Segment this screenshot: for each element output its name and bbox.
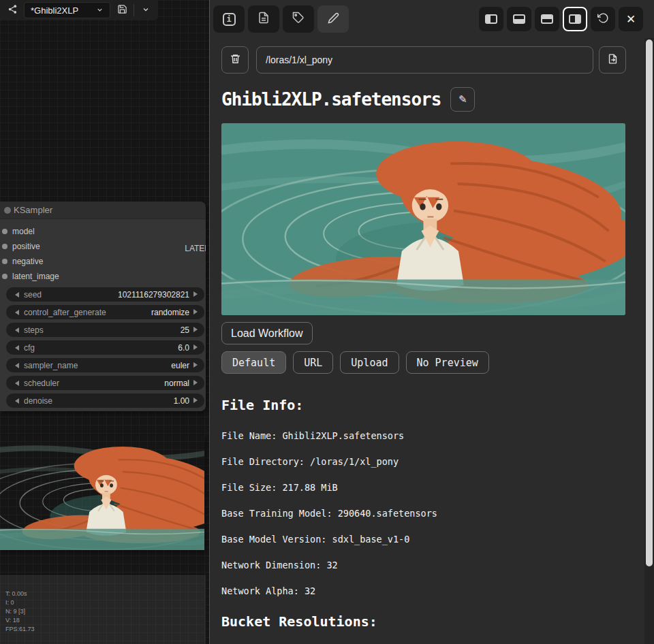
- stat-time: T: 0.00s: [5, 590, 35, 598]
- model-title: Ghibli2XLP.safetensors: [221, 89, 441, 110]
- preview-image-node[interactable]: [0, 436, 204, 550]
- dock-bottom-icon: [513, 14, 525, 24]
- stat-iterations: I: 0: [5, 598, 35, 607]
- base-model-version-row: Base Model Version: sdxl_base_v1-0: [221, 534, 654, 545]
- trash-icon: [230, 53, 241, 67]
- file-export-icon: [607, 53, 619, 67]
- node-input-positive: positive: [0, 239, 206, 254]
- refresh-button[interactable]: [591, 7, 615, 31]
- canvas-perf-stats: T: 0.00s I: 0 N: 9 [3] V: 18 FPS:61.73: [5, 590, 35, 634]
- node-body: LATEN model positive negative latent_ima…: [0, 219, 206, 411]
- preview-none-button[interactable]: No Preview: [406, 351, 489, 374]
- save-options-button[interactable]: [137, 2, 155, 18]
- decrement-arrow-icon[interactable]: [12, 292, 19, 297]
- file-name-row: File Name: Ghibli2XLP.safetensors: [221, 430, 654, 441]
- increment-arrow-icon[interactable]: [193, 380, 200, 385]
- tag-icon: [292, 12, 305, 27]
- decrement-arrow-icon[interactable]: [12, 327, 19, 333]
- dock-top-button[interactable]: [535, 7, 559, 31]
- refresh-icon: [597, 12, 609, 27]
- ksampler-node[interactable]: KSampler LATEN model positive negative l…: [0, 202, 206, 411]
- load-workflow-button[interactable]: Load Workflow: [221, 322, 313, 344]
- workflow-bar: *Ghibli2XLP: [0, 0, 158, 20]
- widget-steps[interactable]: steps 25: [6, 323, 204, 337]
- decrement-arrow-icon[interactable]: [12, 345, 19, 351]
- increment-arrow-icon[interactable]: [193, 344, 200, 350]
- path-row: [221, 46, 654, 74]
- preview-default-button[interactable]: Default: [221, 351, 286, 374]
- model-preview-art: [221, 123, 625, 315]
- dock-left-button[interactable]: [479, 7, 503, 31]
- pencil-icon: [328, 12, 339, 27]
- increment-arrow-icon[interactable]: [193, 327, 200, 332]
- widget-cfg[interactable]: cfg 6.0: [6, 340, 204, 355]
- decrement-arrow-icon[interactable]: [12, 398, 19, 404]
- input-port[interactable]: [2, 259, 7, 264]
- panel-scrollbar[interactable]: [644, 38, 654, 644]
- node-header: KSampler: [0, 202, 206, 219]
- scrollbar-thumb[interactable]: [646, 39, 653, 566]
- document-icon: [258, 12, 270, 27]
- input-port[interactable]: [2, 244, 7, 249]
- chevron-down-icon: [142, 4, 150, 16]
- workflow-select[interactable]: *Ghibli2XLP: [24, 2, 110, 18]
- model-path-input[interactable]: [256, 46, 593, 74]
- dock-bottom-button[interactable]: [507, 7, 531, 31]
- widget-seed[interactable]: seed 1021116279302821: [6, 287, 204, 302]
- stat-fps: FPS:61.73: [5, 625, 35, 634]
- toolbar-divider: [134, 4, 134, 16]
- chevron-down-icon: [96, 5, 104, 16]
- preview-url-button[interactable]: URL: [293, 351, 333, 374]
- increment-arrow-icon[interactable]: [193, 291, 200, 297]
- panel-window-controls: ✕: [479, 7, 643, 31]
- preview-upload-button[interactable]: Upload: [340, 351, 399, 374]
- network-alpha-row: Network Alpha: 32: [221, 585, 654, 596]
- workflows-menu-button[interactable]: [3, 2, 21, 18]
- dock-right-icon: [569, 14, 581, 24]
- stat-vram: V: 18: [5, 616, 35, 625]
- widget-control-after-generate[interactable]: control_after_generate randomize: [6, 305, 204, 319]
- node-collapse-toggle[interactable]: [4, 207, 11, 214]
- export-model-button[interactable]: [599, 46, 626, 74]
- graph-canvas[interactable]: *Ghibli2XLP KSampler LATEN model: [0, 0, 209, 644]
- file-directory-row: File Directory: /loras/1/xl_pony: [221, 456, 654, 467]
- pencil-icon: ✎: [458, 93, 467, 106]
- model-preview-image: [221, 123, 625, 315]
- input-port[interactable]: [2, 274, 7, 279]
- increment-arrow-icon[interactable]: [193, 398, 200, 403]
- decrement-arrow-icon[interactable]: [12, 310, 19, 315]
- tab-tags[interactable]: [283, 5, 314, 33]
- dock-left-icon: [485, 14, 497, 24]
- widget-denoise[interactable]: denoise 1.00: [6, 393, 204, 408]
- rename-model-button[interactable]: ✎: [450, 87, 475, 112]
- stat-nodes: N: 9 [3]: [5, 607, 35, 616]
- network-dimension-row: Network Dimension: 32: [221, 560, 654, 570]
- save-workflow-button[interactable]: [113, 2, 131, 18]
- tab-edit[interactable]: [317, 5, 349, 33]
- close-icon: ✕: [626, 14, 636, 25]
- base-training-model-row: Base Training Model: 290640.safetensors: [221, 508, 654, 519]
- save-icon: [117, 4, 127, 17]
- close-panel-button[interactable]: ✕: [619, 7, 643, 31]
- increment-arrow-icon[interactable]: [193, 362, 200, 368]
- panel-toolbar: i: [210, 0, 654, 38]
- file-info-heading: File Info:: [221, 397, 654, 413]
- generated-preview-image: [0, 436, 204, 550]
- dock-right-button[interactable]: [563, 7, 587, 31]
- widget-sampler-name[interactable]: sampler_name euler: [6, 358, 204, 372]
- tab-notes[interactable]: [248, 5, 279, 33]
- widget-scheduler[interactable]: scheduler normal: [6, 376, 204, 390]
- model-info-panel: i: [209, 0, 654, 644]
- increment-arrow-icon[interactable]: [193, 309, 200, 315]
- delete-model-button[interactable]: [221, 46, 249, 74]
- preview-source-actions: Default URL Upload No Preview: [221, 351, 654, 374]
- node-input-model: model: [0, 224, 206, 239]
- input-port[interactable]: [2, 229, 7, 234]
- workflow-name: *Ghibli2XLP: [31, 5, 78, 16]
- tab-info[interactable]: i: [213, 5, 245, 33]
- decrement-arrow-icon[interactable]: [12, 363, 19, 368]
- info-icon: i: [223, 13, 236, 26]
- file-size-row: File Size: 217.88 MiB: [221, 482, 654, 493]
- decrement-arrow-icon[interactable]: [12, 381, 19, 386]
- model-title-row: Ghibli2XLP.safetensors ✎: [221, 87, 654, 112]
